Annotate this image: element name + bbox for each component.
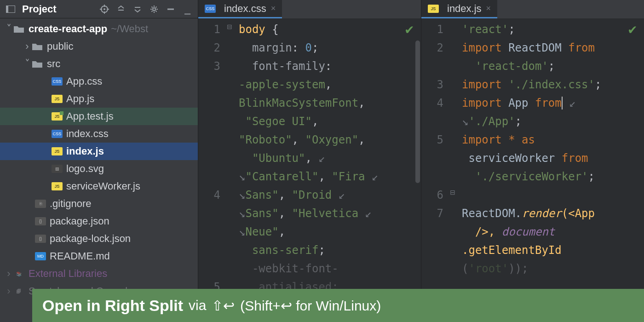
- md-file-icon: MD: [35, 252, 46, 260]
- tree-external-libs[interactable]: ›📚External Libraries: [0, 265, 198, 282]
- folder-icon: [13, 24, 25, 34]
- hide-icon[interactable]: ⎯: [182, 4, 192, 14]
- js-file-icon: JS: [52, 182, 63, 190]
- tree-file-appcss[interactable]: CSSApp.css: [0, 73, 198, 90]
- sidebar-header: Project ⎯: [0, 0, 198, 18]
- css-file-icon: CSS: [52, 130, 63, 138]
- editor-pane-js: JS index.js × ✔ 1 2 3 4 5 6 7 ⊟ 'react';: [421, 0, 644, 322]
- folder-name: public: [47, 40, 73, 52]
- js-file-icon: JS: [52, 147, 63, 155]
- css-file-icon: CSS: [205, 5, 216, 13]
- chevron-right-icon: ›: [5, 285, 13, 297]
- fold-toggle-icon[interactable]: ⊟: [227, 23, 235, 41]
- project-icon: [6, 4, 16, 14]
- fold-toggle-icon[interactable]: ⊟: [450, 189, 458, 207]
- project-tree: ˅ create-react-app ~/Webst › public ˅ sr…: [0, 18, 198, 322]
- svg-point-3: [104, 8, 105, 10]
- tree-folder-public[interactable]: › public: [0, 38, 198, 55]
- collapse-all-icon[interactable]: [132, 4, 143, 14]
- css-file-icon: CSS: [52, 77, 63, 86]
- scratch-icon: 🗐: [13, 286, 25, 296]
- text-file-icon: ⎘: [35, 200, 46, 208]
- js-file-icon: JS: [428, 5, 439, 13]
- gear-icon[interactable]: [149, 4, 159, 14]
- folder-name: src: [47, 58, 60, 70]
- root-path: ~/Webst: [111, 23, 148, 35]
- code-area-css[interactable]: 1 2 3 4 5 ⊟ body { margin: 0; font-famil…: [198, 18, 421, 322]
- close-icon[interactable]: ×: [271, 4, 276, 13]
- tab-indexcss[interactable]: CSS index.css ×: [198, 0, 282, 18]
- folder-icon: [31, 41, 43, 52]
- gutter-css: 1 2 3 4 5: [198, 18, 227, 322]
- wrap-arrow-icon: ↙: [365, 207, 372, 220]
- tree-file-indexjs[interactable]: JSindex.js: [0, 143, 198, 160]
- chevron-right-icon: ›: [5, 268, 13, 280]
- wrap-arrow-icon: ↙: [339, 189, 345, 201]
- tree-folder-src[interactable]: ˅ src: [0, 55, 198, 73]
- target-icon[interactable]: [99, 4, 109, 14]
- library-icon: 📚: [13, 269, 25, 279]
- wrap-arrow-icon: ↘: [462, 115, 468, 128]
- js-test-file-icon: JS: [52, 112, 63, 121]
- close-icon[interactable]: ×: [486, 4, 491, 13]
- tip-banner: Open in Right Split via ⇧↩ (Shift+↩ for …: [32, 289, 644, 322]
- sidebar-title: Project: [22, 3, 93, 15]
- fold-bar: ⊟: [227, 18, 235, 322]
- tab-row: CSS index.css ×: [198, 0, 421, 18]
- tree-file-packagelock[interactable]: {}package-lock.json: [0, 230, 198, 247]
- tree-file-sw[interactable]: JSserviceWorker.js: [0, 178, 198, 195]
- fold-bar: ⊟: [450, 18, 458, 322]
- folder-icon: [31, 59, 43, 69]
- tree-file-logo[interactable]: ▧logo.svg: [0, 160, 198, 178]
- tree-file-indexcss[interactable]: CSSindex.css: [0, 125, 198, 143]
- svg-point-10: [153, 8, 155, 11]
- code-area-js[interactable]: 1 2 3 4 5 6 7 ⊟ 'react'; import ReactDOM…: [421, 18, 644, 322]
- editor-pane-css: CSS index.css × ✔ 1 2 3 4 5 ⊟ body { mar…: [198, 0, 421, 322]
- json-file-icon: {}: [35, 217, 46, 225]
- root-name: create-react-app: [29, 23, 107, 35]
- wrap-arrow-icon: ↘: [239, 170, 245, 183]
- tab-row: JS index.js ×: [421, 0, 644, 18]
- wrap-arrow-icon: ↙: [569, 97, 575, 109]
- wrap-arrow-icon: ↙: [318, 152, 325, 165]
- tree-file-readme[interactable]: MDREADME.md: [0, 247, 198, 265]
- tree-root[interactable]: ˅ create-react-app ~/Webst: [0, 20, 198, 38]
- json-file-icon: {}: [35, 235, 46, 243]
- chevron-down-icon: ˅: [5, 23, 13, 35]
- code-css[interactable]: body { margin: 0; font-family: -apple-sy…: [235, 18, 421, 322]
- gutter-js: 1 2 3 4 5 6 7: [421, 18, 450, 322]
- tree-file-appjs[interactable]: JSApp.js: [0, 90, 198, 108]
- wrap-arrow-icon: ↙: [372, 170, 378, 183]
- wrap-arrow-icon: ↘: [239, 189, 245, 201]
- chevron-right-icon: ›: [23, 40, 31, 52]
- tree-file-gitignore[interactable]: ⎘.gitignore: [0, 195, 198, 213]
- image-file-icon: ▧: [52, 165, 63, 173]
- expand-all-icon[interactable]: [116, 4, 126, 14]
- wrap-arrow-icon: ↘: [239, 225, 245, 238]
- tab-indexjs[interactable]: JS index.js ×: [421, 0, 497, 18]
- svg-rect-1: [6, 6, 8, 13]
- js-file-icon: JS: [52, 95, 63, 103]
- tree-file-apptest[interactable]: JSApp.test.js: [0, 108, 198, 125]
- wrap-arrow-icon: ↘: [239, 207, 245, 220]
- editor-area: CSS index.css × ✔ 1 2 3 4 5 ⊟ body { mar…: [198, 0, 644, 322]
- project-sidebar: Project ⎯ ˅ create-react-app ~/Webst › p…: [0, 0, 198, 322]
- chevron-down-icon: ˅: [23, 58, 31, 70]
- minimize-icon[interactable]: [166, 4, 176, 14]
- code-js[interactable]: 'react'; import ReactDOM from 'react-dom…: [458, 18, 644, 322]
- tree-file-package[interactable]: {}package.json: [0, 213, 198, 230]
